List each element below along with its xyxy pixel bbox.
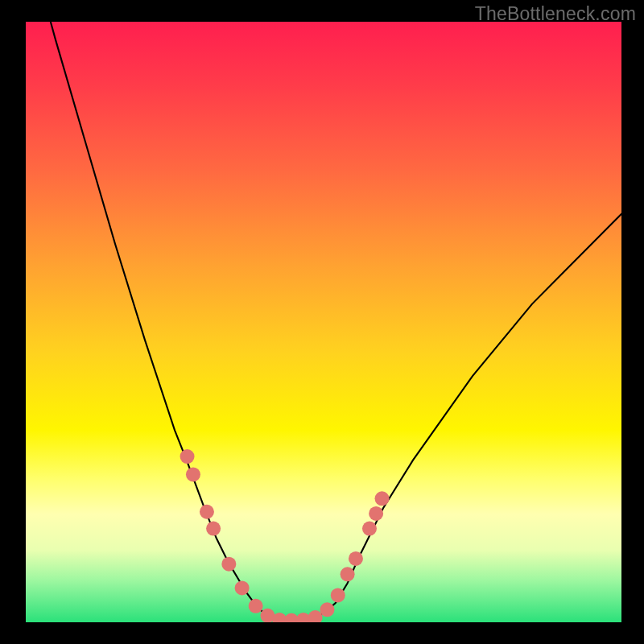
bottleneck-curve <box>26 22 621 621</box>
curve-svg <box>26 22 621 622</box>
curve-marker <box>235 580 250 595</box>
curve-marker <box>375 491 390 506</box>
watermark-text: TheBottleneck.com <box>475 3 636 25</box>
plot-area <box>26 22 621 622</box>
curve-marker <box>331 588 345 602</box>
curve-marker <box>349 551 363 566</box>
curve-marker <box>362 522 377 536</box>
curve-marker <box>369 506 383 521</box>
curve-marker <box>221 557 236 572</box>
curve-marker <box>249 599 263 613</box>
marker-group <box>180 449 390 622</box>
curve-marker <box>341 567 355 581</box>
curve-marker <box>186 467 200 481</box>
chart-stage: TheBottleneck.com <box>0 0 644 644</box>
curve-marker <box>206 522 221 536</box>
curve-marker <box>200 505 214 519</box>
curve-marker <box>320 602 334 617</box>
curve-marker <box>180 449 195 464</box>
